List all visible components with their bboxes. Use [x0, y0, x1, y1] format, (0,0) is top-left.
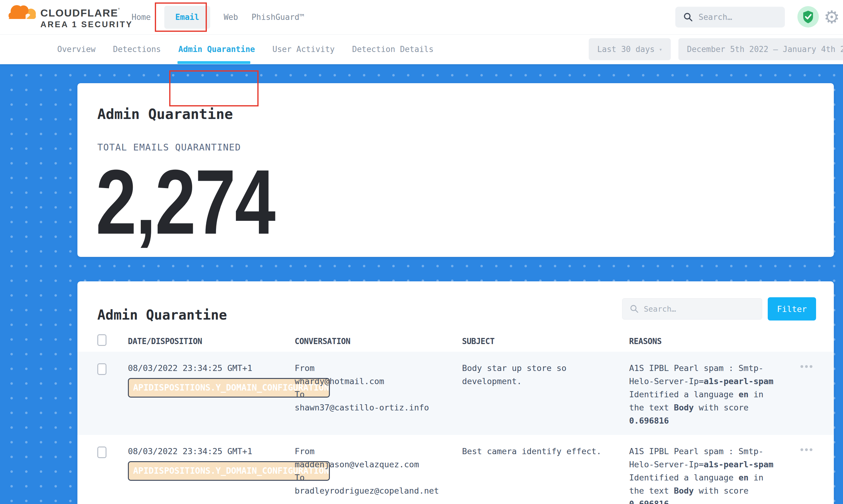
content-background: Admin Quarantine TOTAL EMAILS QUARANTINE…: [0, 64, 843, 504]
from-label: From: [295, 361, 429, 375]
quarantine-summary-card: Admin Quarantine TOTAL EMAILS QUARANTINE…: [77, 83, 834, 257]
shield-check-icon: [802, 10, 814, 23]
to-label: To: [295, 471, 439, 484]
nav-item-home[interactable]: Home: [131, 13, 151, 22]
nav-item-phishguard[interactable]: PhishGuard™: [251, 13, 304, 22]
column-header-date-disposition[interactable]: DATE/DISPOSITION: [128, 337, 202, 346]
tab-detections[interactable]: Detections: [113, 44, 161, 54]
table-header-row: DATE/DISPOSITION CONVERSATION SUBJECT RE…: [77, 334, 834, 352]
row-reasons: A1S IPBL Pearl spam : Smtp-Helo-Server-I…: [629, 361, 776, 427]
table-row: 08/03/2022 23:34:25 GMT+1 APIDISPOSITION…: [77, 352, 834, 435]
row-conversation: From whardy@hotmail.com To shawn37@casti…: [295, 361, 429, 414]
total-emails-value: 2,274: [96, 156, 275, 248]
area1-security-app: CLOUDFLARE' AREA 1 SECURITY Home Email W…: [0, 0, 843, 504]
row-more-actions-button[interactable]: [801, 365, 812, 368]
brand-lockup: CLOUDFLARE' AREA 1 SECURITY: [40, 7, 133, 29]
nav-item-email[interactable]: Email: [164, 6, 210, 29]
quarantine-table-card: Admin Quarantine Filter DATE/DISPOSITION…: [77, 281, 834, 504]
search-icon: [630, 304, 639, 313]
table-search-input[interactable]: [643, 304, 736, 314]
tab-detection-details[interactable]: Detection Details: [352, 44, 434, 54]
row-date: 08/03/2022 23:34:25 GMT+1: [128, 361, 252, 375]
table-row: 08/03/2022 23:34:25 GMT+1 APIDISPOSITION…: [77, 435, 834, 504]
global-search[interactable]: [675, 7, 785, 28]
nav-item-web[interactable]: Web: [224, 13, 238, 22]
row-more-actions-button[interactable]: [801, 448, 812, 451]
primary-nav: Home Email Web PhishGuard™: [131, 0, 304, 34]
from-label: From: [295, 445, 439, 458]
from-address: maddenjason@velazquez.com: [295, 458, 439, 471]
column-header-reasons[interactable]: REASONS: [629, 337, 662, 346]
tab-user-activity[interactable]: User Activity: [272, 44, 335, 54]
chevron-down-icon: ▾: [659, 46, 663, 53]
protection-status-badge[interactable]: [797, 6, 819, 28]
column-header-conversation[interactable]: CONVERSATION: [295, 337, 350, 346]
email-section-tab-bar: Overview Detections Admin Quarantine Use…: [0, 34, 843, 64]
row-checkbox[interactable]: [97, 447, 106, 458]
row-subject: Body star up store so development.: [462, 361, 609, 388]
brand-trademark: ': [118, 7, 120, 14]
row-subject: Best camera identify effect.: [462, 445, 609, 458]
column-header-subject[interactable]: SUBJECT: [462, 337, 494, 346]
email-tabs: Overview Detections Admin Quarantine Use…: [57, 34, 434, 64]
cloudflare-logo-icon: [8, 2, 37, 20]
global-search-input[interactable]: [698, 12, 773, 22]
active-tab-indicator: [177, 61, 250, 64]
date-range-dropdown[interactable]: Last 30 days ▾: [589, 38, 671, 60]
summary-card-title: Admin Quarantine: [97, 106, 233, 122]
from-address: whardy@hotmail.com: [295, 375, 429, 388]
row-conversation: From maddenjason@velazquez.com To bradle…: [295, 445, 439, 497]
tab-overview[interactable]: Overview: [57, 44, 95, 54]
row-checkbox[interactable]: [97, 363, 106, 375]
table-card-title: Admin Quarantine: [97, 307, 227, 323]
search-icon: [683, 12, 693, 22]
row-date: 08/03/2022 23:34:25 GMT+1: [128, 445, 252, 458]
to-address: shawn37@castillo-ortiz.info: [295, 401, 429, 414]
table-search[interactable]: [622, 298, 762, 320]
select-all-checkbox[interactable]: [97, 334, 106, 346]
date-range-dropdown-label: Last 30 days: [597, 44, 655, 54]
brand-name: CLOUDFLARE': [40, 7, 133, 19]
settings-gear-icon[interactable]: ⚙: [824, 5, 840, 29]
row-reasons: A1S IPBL Pearl spam : Smtp-Helo-Server-I…: [629, 445, 776, 504]
to-label: To: [295, 388, 429, 401]
date-range-display[interactable]: December 5th 2022 — January 4th 2023: [679, 38, 843, 60]
brand-subtitle: AREA 1 SECURITY: [40, 20, 133, 29]
top-navigation-bar: CLOUDFLARE' AREA 1 SECURITY Home Email W…: [0, 0, 843, 35]
tab-admin-quarantine[interactable]: Admin Quarantine: [178, 44, 255, 54]
filter-button[interactable]: Filter: [768, 297, 816, 321]
to-address: bradleyrodriguez@copeland.net: [295, 484, 439, 497]
